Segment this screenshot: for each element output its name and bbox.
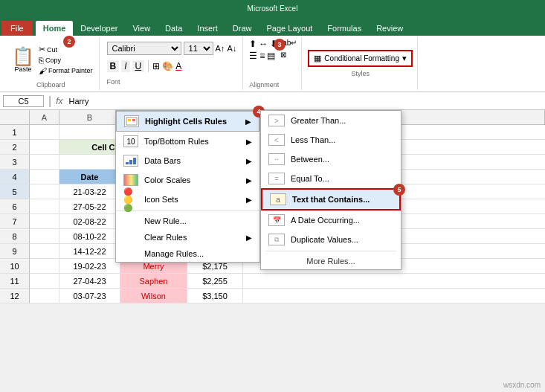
tab-page-layout[interactable]: Page Layout bbox=[259, 21, 320, 36]
bold-button[interactable]: B bbox=[107, 60, 120, 72]
tab-draw[interactable]: Draw bbox=[225, 21, 259, 36]
cell-b8[interactable]: 08-10-22 bbox=[59, 229, 120, 243]
cell-a6[interactable] bbox=[30, 199, 59, 213]
clearrules-label: Clear Rules bbox=[144, 233, 187, 242]
row-num-5[interactable]: 5 bbox=[0, 184, 30, 199]
row-num-7[interactable]: 7 bbox=[0, 214, 30, 229]
cell-d12[interactable]: $3,150 bbox=[187, 289, 243, 303]
cell-a8[interactable] bbox=[30, 229, 59, 243]
row-num-11[interactable]: 11 bbox=[0, 274, 30, 289]
cf-menu-item-clearrules[interactable]: Clear Rules ▶ bbox=[116, 229, 259, 245]
table-row: 27-04-23 Saphen $2,255 bbox=[30, 274, 545, 289]
date-icon: 📅 bbox=[268, 214, 285, 226]
font-size-select[interactable]: 11 bbox=[184, 42, 213, 55]
cf-menu-item-topbottom[interactable]: 10 Top/Bottom Rules ▶ bbox=[116, 132, 259, 151]
tab-data[interactable]: Data bbox=[158, 21, 190, 36]
cell-b3[interactable] bbox=[59, 155, 120, 169]
submenu-item-date[interactable]: 📅 A Date Occurring... bbox=[261, 211, 401, 230]
equal-to-label: Equal To... bbox=[291, 174, 329, 183]
col-header-b[interactable]: B bbox=[59, 110, 120, 124]
align-right-icon[interactable]: ▤ bbox=[267, 51, 275, 61]
cell-b10[interactable]: 19-02-23 bbox=[59, 259, 120, 273]
cell-b1[interactable] bbox=[59, 125, 120, 139]
cf-menu-item-managerules[interactable]: Manage Rules... bbox=[116, 245, 259, 262]
cell-a1[interactable] bbox=[30, 125, 59, 139]
watermark: wsxdn.com bbox=[503, 381, 541, 389]
tab-insert[interactable]: Insert bbox=[190, 21, 225, 36]
cell-a5[interactable] bbox=[30, 184, 59, 199]
row-num-6[interactable]: 6 bbox=[0, 199, 30, 214]
tab-review[interactable]: Review bbox=[369, 21, 410, 36]
cf-menu-item-newrule[interactable]: New Rule... bbox=[116, 213, 259, 229]
conditional-formatting-button[interactable]: ▦ Conditional Formatting ▾ bbox=[308, 50, 413, 67]
tab-formulas[interactable]: Formulas bbox=[320, 21, 369, 36]
underline-button[interactable]: U bbox=[132, 60, 145, 72]
font-decrease-icon[interactable]: A↓ bbox=[227, 44, 236, 53]
border-icon[interactable]: ⊞ bbox=[152, 61, 160, 71]
formula-input[interactable] bbox=[66, 97, 543, 106]
row-num-1[interactable]: 1 bbox=[0, 125, 30, 140]
align-top-icon[interactable]: ⬆ bbox=[249, 39, 257, 49]
align-left-icon[interactable]: ☰ bbox=[249, 51, 257, 61]
font-increase-icon[interactable]: A↑ bbox=[216, 44, 225, 53]
format-painter-button[interactable]: 🖌 Format Painter bbox=[39, 66, 93, 75]
row-num-3[interactable]: 3 bbox=[0, 155, 30, 170]
cell-b7[interactable]: 02-08-22 bbox=[59, 214, 120, 228]
cell-a2[interactable] bbox=[30, 140, 59, 154]
cell-b6[interactable]: 27-05-22 bbox=[59, 199, 120, 213]
col-header-a[interactable]: A bbox=[30, 110, 59, 124]
cell-b9[interactable]: 14-12-22 bbox=[59, 244, 120, 258]
row-num-8[interactable]: 8 bbox=[0, 229, 30, 244]
submenu-item-between[interactable]: ↔ Between... bbox=[261, 150, 401, 169]
submenu-item-duplicate[interactable]: ⧉ Duplicate Values... bbox=[261, 230, 401, 249]
copy-button[interactable]: ⎘ Copy bbox=[39, 56, 93, 65]
cell-a12[interactable] bbox=[30, 289, 59, 303]
svg-rect-2 bbox=[132, 119, 135, 121]
submenu-item-less[interactable]: < Less Than... bbox=[261, 130, 401, 150]
row-num-10[interactable]: 10 bbox=[0, 259, 30, 274]
row-num-4[interactable]: 4 bbox=[0, 170, 30, 184]
cell-d11[interactable]: $2,255 bbox=[187, 274, 243, 288]
row-num-9[interactable]: 9 bbox=[0, 244, 30, 259]
row-num-12[interactable]: 12 bbox=[0, 289, 30, 303]
submenu-item-equal[interactable]: = Equal To... bbox=[261, 169, 401, 188]
align-center-icon[interactable]: ≡ bbox=[259, 51, 265, 61]
equal-to-icon: = bbox=[268, 173, 285, 184]
cell-b4-date[interactable]: Date bbox=[59, 170, 120, 184]
paste-button[interactable]: 📋 Paste bbox=[9, 46, 37, 74]
cell-b11[interactable]: 27-04-23 bbox=[59, 274, 120, 288]
cf-menu-item-databars[interactable]: Data Bars ▶ bbox=[116, 151, 259, 170]
cell-b5[interactable]: 21-03-22 bbox=[59, 184, 120, 199]
cf-menu-item-iconsets[interactable]: 🔴🟡🟢 Icon Sets ▶ bbox=[116, 190, 259, 209]
cell-a10[interactable] bbox=[30, 259, 59, 273]
tab-view[interactable]: View bbox=[125, 21, 158, 36]
svg-rect-1 bbox=[128, 119, 131, 121]
tab-developer[interactable]: Developer bbox=[73, 21, 125, 36]
highlight-cells-submenu[interactable]: > Greater Than... < Less Than... ↔ Betwe… bbox=[260, 110, 402, 270]
cell-a11[interactable] bbox=[30, 274, 59, 288]
more-rules-label: More Rules... bbox=[306, 257, 355, 266]
row-num-2[interactable]: 2 bbox=[0, 140, 30, 155]
tab-file[interactable]: File bbox=[1, 21, 33, 36]
font-color-icon[interactable]: A bbox=[175, 61, 181, 71]
align-middle-icon[interactable]: ↔ bbox=[259, 39, 268, 49]
cell-c11-saphen[interactable]: Saphen bbox=[120, 274, 187, 288]
cf-main-menu[interactable]: Highlight Cells Rules ▶ 4 10 Top/Bottom … bbox=[115, 110, 260, 263]
tab-home[interactable]: Home bbox=[36, 21, 74, 36]
cell-a9[interactable] bbox=[30, 244, 59, 258]
italic-button[interactable]: I bbox=[121, 60, 129, 72]
cell-ref-input[interactable] bbox=[3, 95, 44, 107]
cell-c12-wilson[interactable]: Wilson bbox=[120, 289, 187, 303]
cf-group-label: Styles bbox=[351, 70, 370, 77]
cell-b12[interactable]: 03-07-23 bbox=[59, 289, 120, 303]
cell-a7[interactable] bbox=[30, 214, 59, 228]
cell-a3[interactable] bbox=[30, 155, 59, 169]
submenu-item-greater[interactable]: > Greater Than... bbox=[261, 111, 401, 130]
submenu-item-more[interactable]: More Rules... bbox=[261, 253, 401, 269]
cf-menu-item-highlight[interactable]: Highlight Cells Rules ▶ 4 bbox=[116, 111, 259, 132]
font-name-select[interactable]: Calibri bbox=[107, 42, 181, 55]
merge-center-icon[interactable]: ⊠ bbox=[280, 51, 286, 61]
cell-a4[interactable] bbox=[30, 170, 59, 184]
submenu-item-text-contains[interactable]: a Text that Contains... 5 bbox=[261, 188, 401, 211]
fill-color-icon[interactable]: 🎨 bbox=[162, 61, 173, 71]
